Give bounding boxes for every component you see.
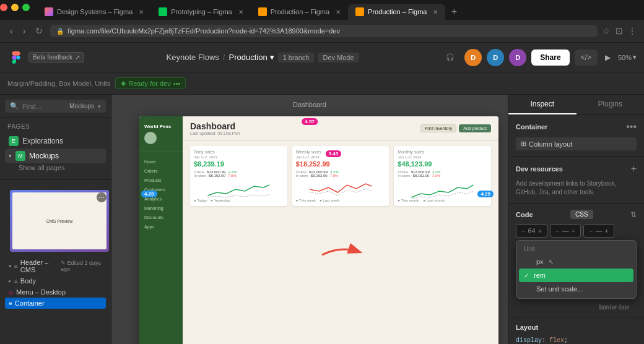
secondary-toolbar: Margin/Padding, Box Model, Units ◈ Ready… — [0, 72, 644, 95]
tab-prototyping[interactable]: Prototyping – Figma ✕ — [151, 4, 250, 20]
tab-close-design-systems[interactable]: ✕ — [139, 9, 144, 15]
canvas-area[interactable]: Dashboard World Peas Home Orders Product… — [111, 95, 508, 344]
layer-header-cms[interactable]: ▾ ≡ Header – CMS ✎ Edited 2 days ago — [5, 257, 106, 275]
tab-label-prod1: Production – Figma — [271, 8, 329, 15]
beta-feedback-badge[interactable]: Beta feedback ↗ — [28, 52, 84, 62]
browser-menu-icon[interactable]: ⋮ — [628, 26, 637, 36]
extensions-icon[interactable]: ⊡ — [616, 26, 623, 36]
set-scale-label: Set unit scale... — [536, 285, 583, 293]
search-input[interactable] — [22, 103, 66, 110]
cms-thumbnail: CMS Preview ⋯ — [10, 190, 109, 252]
header-cms-label: Header – CMS — [20, 259, 57, 273]
annotation-3-43: 3.43 — [326, 150, 342, 157]
back-button[interactable]: ‹ — [7, 25, 15, 37]
unit-option-set-scale[interactable]: Set unit scale... — [519, 282, 633, 296]
monthly-instore-pct: 7.0% — [432, 174, 440, 178]
explorations-label: Explorations — [22, 137, 63, 145]
reload-button[interactable]: ↻ — [33, 25, 45, 37]
minus-icon-3[interactable]: − — [589, 227, 593, 234]
headphones-icon[interactable]: 🎧 — [441, 51, 459, 64]
body-label: Body — [20, 277, 36, 285]
nav-orders: Orders — [139, 166, 183, 176]
minus-icon[interactable]: − — [521, 227, 525, 234]
bookmark-icon[interactable]: ☆ — [603, 26, 611, 36]
zoom-control[interactable]: 50% ▾ — [618, 53, 637, 61]
nav-discounts: Discounts — [139, 213, 183, 222]
tab-close-prod1[interactable]: ✕ — [336, 9, 341, 15]
layer-body[interactable]: ▸ ≡ Body — [5, 275, 106, 286]
px-label: px — [536, 258, 544, 265]
css-tab[interactable]: CSS — [570, 210, 593, 219]
new-tab-button[interactable]: + — [445, 4, 463, 20]
dev-resources-add-icon[interactable]: + — [631, 163, 637, 174]
annotation-4-29-left: 4.29 — [141, 191, 157, 197]
beta-feedback-icon: ↗ — [75, 54, 80, 61]
avatar-user1[interactable]: D — [464, 49, 482, 66]
edited-label: ✎ Edited 2 days ago — [61, 260, 102, 272]
breadcrumb-caret-icon: ▾ — [270, 53, 274, 62]
code-view-button[interactable]: </> — [575, 49, 598, 66]
zoom-value: 50% — [618, 54, 632, 61]
sidebar-item-explorations[interactable]: E Explorations — [5, 134, 106, 148]
code-tabs: CSS — [570, 210, 593, 219]
unit-option-px[interactable]: px ↖ — [519, 255, 633, 269]
minimize-window-btn[interactable] — [11, 4, 19, 11]
layout-section: Layout display: flex; padding: 4.57143re… — [508, 317, 644, 344]
annotation-4-29-right: 4.29 — [477, 191, 494, 197]
container-title: Container — [516, 123, 547, 131]
app-toolbar: Beta feedback ↗ Keynote Flows / Producti… — [0, 43, 644, 72]
mockups-collapse-icon: ▾ — [9, 153, 12, 159]
nav-products: Products — [139, 176, 183, 185]
dev-resources-section: Dev resources + Add development links to… — [508, 157, 644, 204]
tab-favicon-design-systems — [45, 7, 53, 16]
branch-badge[interactable]: 1 branch — [278, 53, 315, 62]
tab-inspect[interactable]: Inspect — [508, 95, 577, 114]
forward-button[interactable]: › — [20, 25, 28, 37]
maximize-window-btn[interactable] — [22, 4, 30, 11]
tab-plugins[interactable]: Plugins — [577, 95, 645, 114]
minus-icon-2[interactable]: − — [555, 227, 559, 234]
print-inventory-button[interactable]: Print inventory — [420, 124, 457, 132]
container-more-icon[interactable]: ••• — [626, 121, 637, 132]
brand-title: World Peas — [144, 124, 178, 129]
plus-icon-3[interactable]: + — [604, 227, 608, 234]
breadcrumb-production[interactable]: Production ▾ — [228, 53, 274, 62]
tab-design-systems[interactable]: Design Systems – Figma ✕ — [37, 4, 151, 20]
plus-icon[interactable]: + — [538, 227, 542, 234]
column-layout-label: Column layout — [529, 140, 572, 148]
toolbar-center: Keynote Flows / Production ▾ 1 branch De… — [89, 53, 436, 62]
layer-menu-desktop[interactable]: ◇ Menu – Desktop — [5, 286, 106, 298]
plus-icon-2[interactable]: + — [572, 227, 575, 234]
weekly-legend: ● This week● Last week — [296, 199, 386, 202]
thumbnail-more-button[interactable]: ⋯ — [97, 192, 107, 202]
tab-close-prod2[interactable]: ✕ — [433, 9, 438, 15]
code-sort-icon[interactable]: ⇅ — [630, 210, 637, 219]
dashboard-logo: World Peas — [139, 116, 183, 152]
nav-apps: Apps — [139, 222, 183, 231]
sidebar-item-mockups[interactable]: ▾ M Mockups — [5, 148, 106, 163]
body-collapse-icon[interactable]: ▸ — [9, 278, 12, 284]
avatar-user3[interactable]: D — [509, 49, 526, 66]
unit-option-rem[interactable]: ✓ rem — [519, 269, 633, 282]
red-arrow-indicator — [316, 243, 365, 269]
value-top: 64 — [528, 227, 535, 234]
add-product-button[interactable]: Add product — [459, 124, 491, 132]
figma-menu-icon[interactable] — [7, 49, 25, 66]
body-frame-icon: ≡ — [14, 278, 18, 285]
breadcrumb-keynote[interactable]: Keynote Flows — [167, 53, 219, 62]
share-button[interactable]: Share — [531, 49, 569, 66]
header-cms-collapse-icon[interactable]: ▾ — [9, 263, 12, 269]
dashboard-content: Dashboard Last updated: 09:15a PST Print… — [183, 116, 498, 344]
present-button[interactable]: ▶ — [603, 51, 613, 64]
show-all-pages-link[interactable]: Show all pages — [15, 163, 69, 173]
tab-production-2[interactable]: Production – Figma ✕ — [348, 4, 445, 20]
tab-close-prototyping[interactable]: ✕ — [238, 9, 243, 15]
ready-for-dev-badge[interactable]: ◈ Ready for dev ••• — [115, 77, 186, 89]
close-window-btn[interactable] — [0, 4, 7, 11]
tab-production-1[interactable]: Production – Figma ✕ — [251, 4, 348, 20]
url-bar[interactable]: 🔒 figma.com/file/CUbuuloMx2pFZje8jTzFEd/… — [50, 25, 598, 37]
layer-container[interactable]: ≡ Container — [5, 298, 106, 309]
layer-path: Margin/Padding, Box Model, Units — [7, 80, 110, 87]
avatar-user2[interactable]: D — [487, 49, 504, 66]
dev-mode-badge[interactable]: Dev Mode — [318, 53, 359, 62]
